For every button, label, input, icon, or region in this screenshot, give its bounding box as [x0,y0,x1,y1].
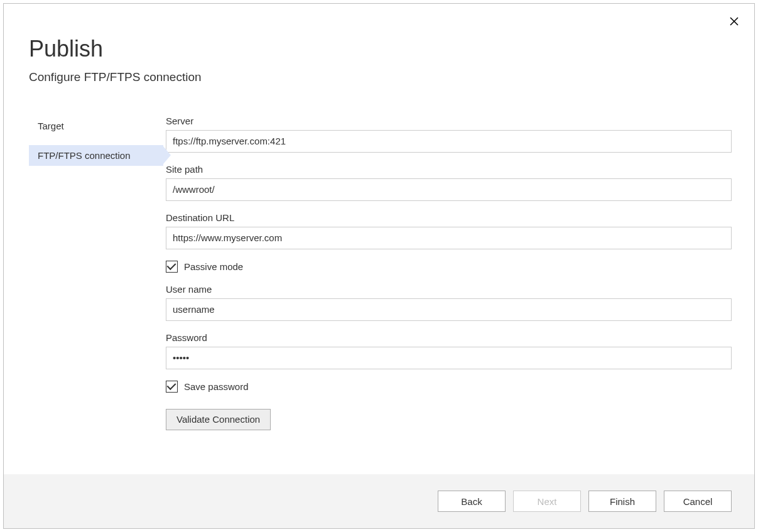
sitepath-label: Site path [166,164,732,175]
close-icon [730,17,739,26]
close-button[interactable] [725,13,743,30]
finish-button-label: Finish [610,496,635,507]
desturl-label: Destination URL [166,212,732,223]
page-title: Publish [29,36,729,62]
page-subtitle: Configure FTP/FTPS connection [29,70,729,84]
server-input[interactable] [166,130,732,153]
password-label: Password [166,332,732,343]
sidebar-item-label: Target [38,121,64,131]
dialog-body: Target FTP/FTPS connection Server Site p… [4,95,754,474]
cancel-button-label: Cancel [683,496,713,507]
password-group: Password [166,332,732,369]
passive-mode-label[interactable]: Passive mode [184,261,243,272]
save-password-checkbox[interactable] [166,381,178,393]
dialog-header: Publish Configure FTP/FTPS connection [4,4,754,95]
next-button-label: Next [538,496,557,507]
sidebar-item-target[interactable]: Target [29,116,163,136]
validate-connection-label: Validate Connection [176,414,260,425]
back-button[interactable]: Back [438,491,506,512]
sitepath-input[interactable] [166,178,732,201]
next-button: Next [513,491,581,512]
dialog-footer: Back Next Finish Cancel [4,474,754,528]
username-label: User name [166,284,732,295]
server-label: Server [166,116,732,126]
desturl-input[interactable] [166,227,732,249]
username-group: User name [166,284,732,321]
password-input[interactable] [166,347,732,369]
save-password-row: Save password [166,381,732,393]
username-input[interactable] [166,298,732,321]
passive-mode-checkbox[interactable] [166,261,178,273]
cancel-button[interactable]: Cancel [664,491,732,512]
validate-connection-button[interactable]: Validate Connection [166,409,271,430]
finish-button[interactable]: Finish [588,491,656,512]
back-button-label: Back [461,496,482,507]
form-panel: Server Site path Destination URL Passive… [163,116,754,474]
desturl-group: Destination URL [166,212,732,249]
publish-dialog: Publish Configure FTP/FTPS connection Ta… [3,3,755,529]
sitepath-group: Site path [166,164,732,201]
passive-mode-row: Passive mode [166,261,732,273]
server-group: Server [166,116,732,153]
save-password-label[interactable]: Save password [184,381,249,392]
wizard-sidebar: Target FTP/FTPS connection [4,116,163,474]
sidebar-item-ftp-connection[interactable]: FTP/FTPS connection [29,145,163,166]
sidebar-item-label: FTP/FTPS connection [38,150,131,161]
